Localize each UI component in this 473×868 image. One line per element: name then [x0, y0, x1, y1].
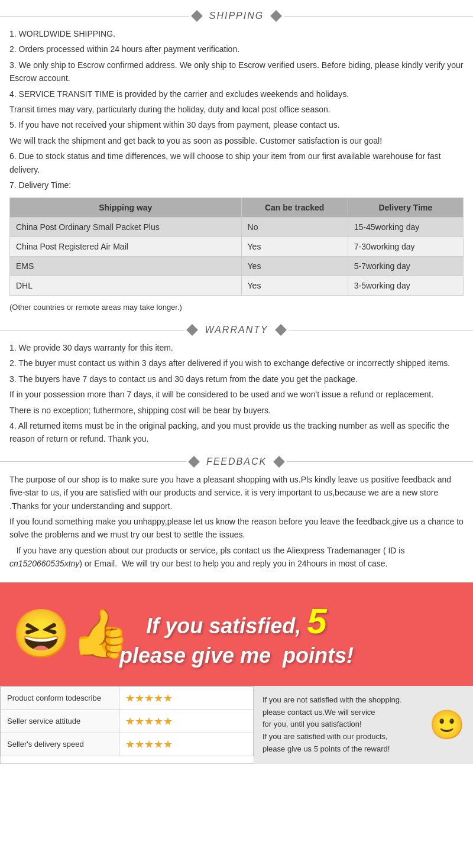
feedback-line-right — [287, 461, 473, 462]
col-delivery-time: Delivery Time — [348, 198, 463, 218]
feedback-diamond-left — [188, 456, 200, 468]
warranty-title: WARRANTY — [205, 325, 268, 335]
shipping-point-6: 6. Due to stock status and time differen… — [9, 150, 464, 176]
warranty-content: 1. We provide 30 days warranty for this … — [0, 341, 473, 446]
shipping-point-3: 3. We only ship to Escrow confirmed addr… — [9, 59, 464, 85]
table-row: China Post Ordinary Small Packet Plus No… — [10, 218, 464, 237]
row1-shipping: China Post Ordinary Small Packet Plus — [10, 218, 242, 237]
banner-points: points! — [283, 643, 354, 668]
warranty-point-1: 1. We provide 30 days warranty for this … — [9, 341, 464, 354]
warranty-diamond-right — [275, 324, 287, 336]
row2-tracked: Yes — [241, 237, 348, 257]
warranty-point-4: 4. All returned items must be in the ori… — [9, 419, 464, 446]
shipping-title: SHIPPING — [209, 11, 264, 21]
warranty-point-3b: If in your possession more than 7 days, … — [9, 388, 464, 401]
shipping-header-section: SHIPPING — [0, 11, 473, 21]
table-row: DHL Yes 3-5working day — [10, 276, 464, 296]
bottom-section: Product conform todescribe ★★★★★ Seller … — [0, 686, 473, 764]
satisfaction-text: If you are not satisfied with the shoppi… — [263, 695, 402, 753]
banner-number: 5 — [307, 601, 326, 641]
rating-stars-3: ★★★★★ — [119, 733, 254, 756]
row2-shipping: China Post Registered Air Mail — [10, 237, 242, 257]
warranty-line-right — [289, 330, 473, 331]
table-row: China Post Registered Air Mail Yes 7-30w… — [10, 237, 464, 257]
row4-time: 3-5working day — [348, 276, 463, 296]
header-line-left — [0, 16, 189, 17]
table-note: (Other countries or remote areas may tak… — [9, 302, 464, 314]
warranty-point-3c: There is no exception; futhermore, shipp… — [9, 404, 464, 417]
shipping-point-4: 4. SERVICE TRANSIT TIME is provided by t… — [9, 88, 464, 101]
feedback-title: FEEDBACK — [206, 456, 267, 467]
shipping-point-5: 5. If you have not received your shipmen… — [9, 118, 464, 131]
shipping-content: 1. WORLDWIDE SHIPPING. 2. Orders process… — [0, 27, 473, 314]
satisfaction-emoji: 🙂 — [429, 702, 465, 747]
warranty-line-left — [0, 330, 184, 331]
rating-label-2: Seller service attitude — [1, 710, 119, 733]
shipping-table: Shipping way Can be tracked Delivery Tim… — [9, 197, 464, 296]
row2-time: 7-30working day — [348, 237, 463, 257]
warranty-point-2: 2. The buyer must contact us within 3 da… — [9, 357, 464, 370]
feedback-para-2: If you found something make you unhappy,… — [9, 515, 464, 542]
row4-tracked: Yes — [241, 276, 348, 296]
shipping-point-2: 2. Orders processed within 24 hours afte… — [9, 43, 464, 56]
rating-row-2: Seller service attitude ★★★★★ — [1, 710, 254, 733]
row4-shipping: DHL — [10, 276, 242, 296]
row1-tracked: No — [241, 218, 348, 237]
shipping-point-7: 7. Delivery Time: — [9, 179, 464, 192]
header-line-right — [284, 16, 473, 17]
shipping-point-1: 1. WORLDWIDE SHIPPING. — [9, 27, 464, 40]
col-can-be-tracked: Can be tracked — [241, 198, 348, 218]
row3-shipping: EMS — [10, 257, 242, 276]
rating-row-3: Seller's delivery speed ★★★★★ — [1, 733, 254, 756]
warranty-header-section: WARRANTY — [0, 325, 473, 335]
table-header-row: Shipping way Can be tracked Delivery Tim… — [10, 198, 464, 218]
feedback-line-left — [0, 461, 186, 462]
feedback-id: cn1520660535xtny — [9, 559, 79, 568]
feedback-para-3: If you have any question about our produ… — [9, 544, 464, 571]
col-shipping-way: Shipping way — [10, 198, 242, 218]
row1-time: 15-45working day — [348, 218, 463, 237]
warranty-point-3: 3. The buyers have 7 days to contact us … — [9, 373, 464, 386]
row3-tracked: Yes — [241, 257, 348, 276]
satisfaction-box: If you are not satisfied with the shoppi… — [254, 686, 473, 764]
diamond-right — [270, 10, 282, 22]
rating-label-1: Product conform todescribe — [1, 686, 119, 710]
warranty-diamond-left — [186, 324, 198, 336]
row3-time: 5-7working day — [348, 257, 463, 276]
diamond-left — [191, 10, 203, 22]
rating-row-1: Product conform todescribe ★★★★★ — [1, 686, 254, 710]
feedback-header-section: FEEDBACK — [0, 456, 473, 467]
feedback-content: The purpose of our shop is to make sure … — [0, 473, 473, 571]
rating-stars-1: ★★★★★ — [119, 686, 254, 710]
rating-stars-2: ★★★★★ — [119, 710, 254, 733]
rating-table: Product conform todescribe ★★★★★ Seller … — [0, 686, 254, 764]
feedback-para-1: The purpose of our shop is to make sure … — [9, 473, 464, 513]
feedback-banner: 😆👍 If you satisfied, 5 please give me po… — [0, 582, 473, 686]
feedback-diamond-right — [273, 456, 285, 468]
shipping-point-4b: Transit times may vary, particularly dur… — [9, 103, 464, 116]
rating-label-3: Seller's delivery speed — [1, 733, 119, 756]
shipping-point-5b: We will track the shipment and get back … — [9, 134, 464, 147]
banner-emoji: 😆👍 — [12, 606, 130, 662]
table-row: EMS Yes 5-7working day — [10, 257, 464, 276]
